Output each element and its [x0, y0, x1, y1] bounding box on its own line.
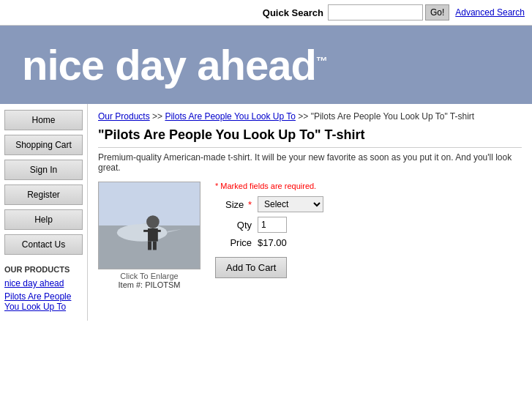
svg-rect-9	[155, 230, 161, 232]
add-to-cart-button[interactable]: Add To Cart	[215, 257, 287, 278]
size-label: Size *	[215, 199, 252, 210]
main-layout: Home Shopping Cart Sign In Register Help…	[0, 104, 532, 321]
product-title: "Pilots Are People You Look Up To" T-shi…	[98, 127, 522, 148]
product-image[interactable]	[98, 182, 201, 269]
qty-row: Qty	[215, 217, 522, 233]
click-to-enlarge[interactable]: Click To Enlarge	[98, 272, 201, 280]
sidebar-item-register[interactable]: Register	[4, 184, 83, 205]
content-area: Our Products >> Pilots Are People You Lo…	[88, 104, 532, 297]
go-button[interactable]: Go!	[425, 4, 449, 20]
breadcrumb-current: "Pilots Are People You Look Up To" T-shi…	[311, 111, 475, 122]
price-row: Price $17.00	[215, 237, 522, 248]
sidebar-item-shopping-cart[interactable]: Shopping Cart	[4, 135, 83, 155]
breadcrumb-our-products[interactable]: Our Products	[98, 111, 150, 122]
product-description: Premium-quality American-made t-shirt. I…	[98, 152, 522, 173]
sidebar-product-pilots[interactable]: Pilots Are People You Look Up To	[4, 291, 83, 312]
hero-title: nice day ahead™	[22, 40, 327, 89]
sidebar-item-help[interactable]: Help	[4, 209, 83, 230]
qty-input[interactable]	[258, 217, 287, 233]
size-row: Size * Select S M L XL XXL	[215, 196, 522, 212]
sidebar: Home Shopping Cart Sign In Register Help…	[0, 104, 88, 321]
item-number: Item #: PILOTSM	[98, 280, 201, 289]
our-products-label: OUR PRODUCTS	[4, 265, 83, 274]
sidebar-item-sign-in[interactable]: Sign In	[4, 160, 83, 180]
breadcrumb-pilots-link[interactable]: Pilots Are People You Look Up To	[165, 111, 296, 122]
required-note: * Marked fields are required.	[215, 182, 522, 190]
product-body: Click To Enlarge Item #: PILOTSM * Marke…	[98, 182, 522, 289]
svg-rect-8	[143, 230, 149, 232]
svg-rect-11	[153, 242, 157, 250]
sidebar-item-home[interactable]: Home	[4, 110, 83, 130]
svg-point-6	[146, 215, 160, 228]
product-form: * Marked fields are required. Size * Sel…	[215, 182, 522, 278]
advanced-search-link[interactable]: Advanced Search	[455, 7, 525, 18]
svg-point-3	[117, 224, 168, 242]
search-input[interactable]	[328, 4, 423, 20]
size-select[interactable]: Select S M L XL XXL	[258, 196, 323, 212]
price-value: $17.00	[258, 237, 287, 248]
sidebar-item-contact-us[interactable]: Contact Us	[4, 234, 83, 255]
price-label: Price	[215, 237, 252, 248]
product-photo-svg	[99, 182, 200, 269]
qty-label: Qty	[215, 220, 252, 231]
hero-banner: nice day ahead™	[0, 26, 532, 104]
sidebar-product-nice-day[interactable]: nice day ahead	[4, 278, 83, 288]
breadcrumb: Our Products >> Pilots Are People You Lo…	[98, 111, 522, 122]
product-image-area: Click To Enlarge Item #: PILOTSM	[98, 182, 201, 289]
top-bar: Quick Search Go! Advanced Search	[0, 0, 532, 26]
search-label: Quick Search	[263, 7, 323, 18]
svg-rect-10	[148, 242, 151, 250]
